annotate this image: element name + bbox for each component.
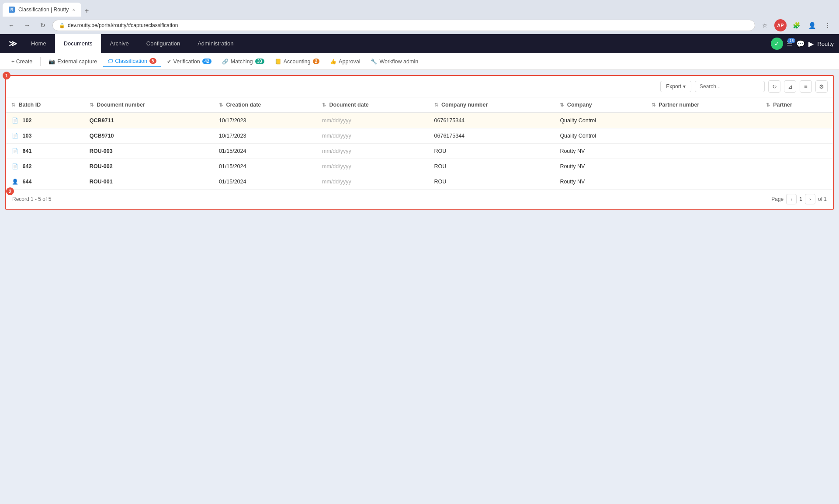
cell-partner xyxy=(761,174,833,190)
col-partner[interactable]: ⇅ Partner xyxy=(761,97,833,113)
sort-icon-compnum: ⇅ xyxy=(434,102,438,107)
extensions-icon[interactable]: 🧩 xyxy=(790,19,802,31)
matching-button[interactable]: 🔗 Matching 33 xyxy=(218,56,269,67)
nav-administration[interactable]: Administration xyxy=(189,34,242,53)
nav-back-button[interactable]: ← xyxy=(5,19,17,31)
tab-bar: R Classification | Routty × + xyxy=(0,0,839,17)
next-page-button[interactable]: › xyxy=(805,194,815,204)
nav-reload-button[interactable]: ↻ xyxy=(37,19,49,31)
verification-button[interactable]: ✔ Verification 42 xyxy=(163,56,216,67)
cell-doc-number: ROU-003 xyxy=(84,144,214,159)
page-navigation: Page ‹ 1 › of 1 xyxy=(771,194,827,204)
workflow-admin-button[interactable]: 🔧 Workflow admin xyxy=(366,56,423,67)
nav-documents[interactable]: Documents xyxy=(55,34,101,53)
prev-page-button[interactable]: ‹ xyxy=(786,194,797,204)
classification-button[interactable]: 🏷 Classification 5 xyxy=(103,56,160,67)
cell-partner xyxy=(761,159,833,174)
external-capture-button[interactable]: 📷 External capture xyxy=(44,56,101,67)
cell-doc-number: ROU-001 xyxy=(84,174,214,190)
address-bar[interactable]: 🔒 xyxy=(52,20,755,31)
accounting-button[interactable]: 📒 Accounting 2 xyxy=(270,56,324,67)
table-toolbar: Export ▾ ↻ ⊿ ≡ ⚙ xyxy=(6,76,833,97)
main-nav: Home Documents Archive Configuration Adm… xyxy=(22,34,243,53)
data-table: ⇅ Batch ID ⇅ Document number ⇅ Creation … xyxy=(6,97,833,190)
tab-close-button[interactable]: × xyxy=(73,7,75,12)
panel-badge-1: 1 xyxy=(3,72,10,79)
col-batch-id[interactable]: ⇅ Batch ID xyxy=(6,97,84,113)
content-area: 1 Export ▾ ↻ ⊿ ≡ ⚙ xyxy=(0,70,839,215)
data-panel: 1 Export ▾ ↻ ⊿ ≡ ⚙ xyxy=(5,75,834,210)
app-header: ≫ Home Documents Archive Configuration A… xyxy=(0,34,839,53)
panel-badge-2: 2 xyxy=(6,187,14,195)
browser-nav-bar: ← → ↻ 🔒 ☆ AP 🧩 👤 ⋮ xyxy=(0,17,839,34)
new-tab-button[interactable]: + xyxy=(81,5,92,17)
chat-icon[interactable]: 💬 xyxy=(796,40,805,48)
menu-icon[interactable]: ⋮ xyxy=(822,19,834,31)
verification-icon: ✔ xyxy=(167,59,171,65)
cell-creation-date: 01/15/2024 xyxy=(214,159,317,174)
filter-icon: ⊿ xyxy=(788,83,793,90)
header-right: ✓ ☰ 18 💬 ▶ Routty xyxy=(771,38,839,50)
nav-home[interactable]: Home xyxy=(22,34,55,53)
notifications-icon[interactable]: ☰ 18 xyxy=(787,40,793,48)
table-row[interactable]: 📄 102 QCB9711 10/17/2023 mm/dd/yyyy 0676… xyxy=(6,113,833,128)
col-company-number[interactable]: ⇅ Company number xyxy=(429,97,555,113)
active-tab[interactable]: R Classification | Routty × xyxy=(3,3,81,17)
cell-partner-number xyxy=(646,174,761,190)
cell-doc-number: QCB9711 xyxy=(84,113,214,128)
cell-partner-number xyxy=(646,128,761,144)
extension-icon-red[interactable]: AP xyxy=(774,19,787,31)
sort-icon-docdate: ⇅ xyxy=(322,102,326,107)
accounting-icon: 📒 xyxy=(275,59,281,65)
search-input[interactable] xyxy=(695,81,765,92)
settings-button[interactable]: ⚙ xyxy=(815,80,828,93)
table-header-row: ⇅ Batch ID ⇅ Document number ⇅ Creation … xyxy=(6,97,833,113)
col-partner-number[interactable]: ⇅ Partner number xyxy=(646,97,761,113)
app-logo[interactable]: ≫ xyxy=(3,39,22,48)
sort-icon-company: ⇅ xyxy=(560,102,564,107)
sort-icon-creation: ⇅ xyxy=(219,102,223,107)
table-row[interactable]: 📄 103 QCB9710 10/17/2023 mm/dd/yyyy 0676… xyxy=(6,128,833,144)
cell-batch-id: 📄 642 xyxy=(6,159,84,174)
accounting-badge: 2 xyxy=(313,59,320,64)
table-row[interactable]: 📄 641 ROU-003 01/15/2024 mm/dd/yyyy ROU … xyxy=(6,144,833,159)
sort-icon-docnum: ⇅ xyxy=(90,102,94,107)
total-pages-label: of 1 xyxy=(818,196,827,202)
filter-button[interactable]: ⊿ xyxy=(784,80,796,93)
nav-forward-button[interactable]: → xyxy=(21,19,33,31)
cell-batch-id: 📄 102 xyxy=(6,113,84,128)
verification-badge: 42 xyxy=(202,59,211,64)
settings-icon: ⚙ xyxy=(819,83,824,90)
profile-icon[interactable]: 👤 xyxy=(806,19,818,31)
cell-partner-number xyxy=(646,159,761,174)
user-menu-button[interactable]: Routty xyxy=(817,41,834,47)
col-company[interactable]: ⇅ Company xyxy=(555,97,646,113)
url-input[interactable] xyxy=(68,22,749,28)
filter2-button[interactable]: ≡ xyxy=(800,80,812,93)
cell-doc-date: mm/dd/yyyy xyxy=(317,128,429,144)
arrow-right-icon[interactable]: ▶ xyxy=(808,40,814,48)
col-doc-date[interactable]: ⇅ Document date xyxy=(317,97,429,113)
nav-configuration[interactable]: Configuration xyxy=(138,34,189,53)
col-doc-number[interactable]: ⇅ Document number xyxy=(84,97,214,113)
filter2-icon: ≡ xyxy=(804,83,808,90)
nav-archive[interactable]: Archive xyxy=(101,34,137,53)
pagination-bar: 2 Record 1 - 5 of 5 Page ‹ 1 › of 1 xyxy=(6,190,833,209)
refresh-icon: ↻ xyxy=(772,83,777,90)
cell-doc-date: mm/dd/yyyy xyxy=(317,174,429,190)
cell-partner-number xyxy=(646,144,761,159)
row-type-icon: 📄 xyxy=(11,132,18,139)
status-indicator: ✓ xyxy=(771,38,783,50)
table-row[interactable]: 👤 644 ROU-001 01/15/2024 mm/dd/yyyy ROU … xyxy=(6,174,833,190)
secure-icon: 🔒 xyxy=(59,23,65,28)
create-button[interactable]: + Create xyxy=(7,56,37,67)
cell-company-number: ROU xyxy=(429,159,555,174)
approval-button[interactable]: 👍 Approval xyxy=(326,56,364,67)
refresh-button[interactable]: ↻ xyxy=(768,80,780,93)
export-button[interactable]: Export ▾ xyxy=(660,81,691,92)
table-row[interactable]: 📄 642 ROU-002 01/15/2024 mm/dd/yyyy ROU … xyxy=(6,159,833,174)
cell-company-number: 0676175344 xyxy=(429,128,555,144)
col-creation-date[interactable]: ⇅ Creation date xyxy=(214,97,317,113)
cell-creation-date: 10/17/2023 xyxy=(214,128,317,144)
bookmark-icon[interactable]: ☆ xyxy=(759,19,771,31)
